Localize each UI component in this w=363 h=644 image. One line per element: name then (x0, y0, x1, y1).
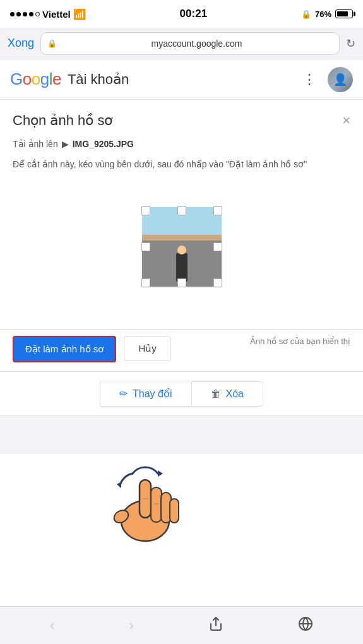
modal-header: Chọn ảnh hồ sơ × (13, 112, 350, 129)
change-button[interactable]: ✏ Thay đổi (100, 381, 191, 407)
wifi-icon: 📶 (73, 8, 86, 20)
trash-icon: 🗑 (211, 388, 221, 400)
status-right: 🔒 76% (301, 9, 353, 19)
pencil-icon: ✏ (119, 388, 128, 400)
header-title: Tài khoản (68, 71, 129, 88)
instruction-text: Để cắt ảnh này, kéo vùng bên dưới, sau đ… (13, 158, 350, 171)
reload-button[interactable]: ↻ (346, 37, 355, 51)
close-button[interactable]: × (342, 114, 350, 128)
svg-marker-9 (117, 482, 121, 488)
google-logo: Google (10, 69, 61, 89)
crop-box[interactable] (141, 206, 223, 288)
signal-dots (10, 12, 40, 16)
clock: 00:21 (180, 8, 207, 20)
svg-rect-5 (170, 499, 179, 523)
carrier-label: Viettel (42, 9, 71, 20)
breadcrumb-filename: IMG_9205.JPG (73, 139, 134, 149)
bottom-actions: ✏ Thay đổi 🗑 Xóa (0, 372, 363, 416)
forward-button[interactable]: › (119, 612, 143, 639)
buttons-row: Đặt làm ảnh hồ sơ Hủy Ảnh hồ sơ của bạn … (0, 330, 363, 372)
share-button[interactable] (198, 611, 234, 640)
breadcrumb-arrow: ▶ (62, 139, 69, 149)
browser-bar: Xong 🔒 myaccount.google.com ↻ (0, 28, 363, 59)
nav-bar: ‹ › (0, 606, 363, 644)
menu-dots-icon[interactable]: ⋮ (297, 69, 321, 90)
change-label: Thay đổi (133, 388, 172, 400)
dot-4 (29, 12, 33, 16)
crop-area[interactable] (13, 184, 350, 310)
delete-label: Xóa (226, 388, 244, 400)
svg-point-0 (121, 501, 169, 541)
preview-text: Ảnh hồ sơ của bạn hiển thị (179, 336, 350, 347)
svg-point-1 (112, 508, 131, 525)
back-button[interactable]: ‹ (40, 612, 64, 639)
dot-3 (23, 12, 27, 16)
breadcrumb-upload: Tải ảnh lên (13, 139, 58, 149)
svg-rect-3 (151, 487, 162, 522)
person-figure (176, 253, 187, 282)
cancel-button[interactable]: Hủy (124, 336, 170, 361)
crop-image-inner (141, 206, 223, 288)
avatar-image: 👤 (328, 67, 353, 92)
dot-1 (10, 12, 15, 16)
breadcrumb: Tải ảnh lên ▶ IMG_9205.JPG (13, 139, 350, 149)
modal-content: Chọn ảnh hồ sơ × Tải ảnh lên ▶ IMG_9205.… (0, 100, 363, 330)
grey-fill (0, 416, 363, 454)
svg-rect-2 (140, 480, 151, 518)
lock-icon: 🔒 (47, 39, 57, 48)
url-bar[interactable]: 🔒 myaccount.google.com (40, 32, 340, 55)
hand-cursor-overlay (107, 461, 183, 543)
dot-5 (35, 12, 40, 16)
battery-percent: 76% (315, 9, 331, 19)
done-button[interactable]: Xong (8, 37, 34, 50)
bookmarks-button[interactable] (288, 611, 323, 640)
battery-icon (335, 9, 353, 18)
google-header: Google Tài khoản ⋮ 👤 (0, 59, 363, 100)
svg-marker-8 (158, 470, 163, 477)
crop-image (141, 206, 223, 288)
avatar[interactable]: 👤 (328, 67, 353, 92)
svg-rect-4 (161, 492, 171, 523)
modal-title: Chọn ảnh hồ sơ (13, 112, 112, 129)
status-bar: Viettel 📶 00:21 🔒 76% (0, 0, 363, 28)
url-text: myaccount.google.com (61, 39, 333, 49)
set-photo-button[interactable]: Đặt làm ảnh hồ sơ (13, 336, 116, 362)
delete-button[interactable]: 🗑 Xóa (191, 381, 263, 407)
lock-icon: 🔒 (301, 9, 311, 19)
dot-2 (16, 12, 21, 16)
battery-fill (337, 11, 348, 16)
